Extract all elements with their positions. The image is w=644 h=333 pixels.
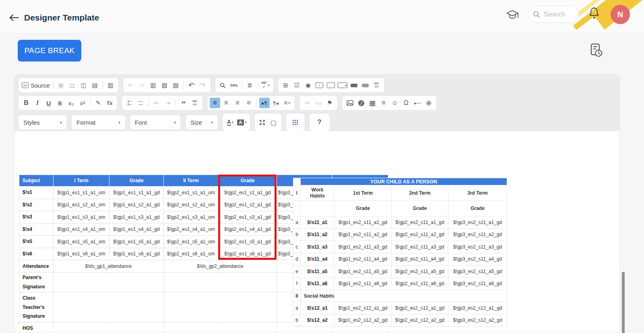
smiley-icon[interactable]: ☺ <box>390 98 400 108</box>
italic-icon[interactable]: I <box>32 98 43 108</box>
row-letter[interactable]: c <box>293 241 301 253</box>
marks-cell[interactable]: $!gp1_es1_s1_a1_gd <box>109 187 164 199</box>
hidden-field-icon[interactable]: DIV</> <box>372 80 382 90</box>
show-blocks-icon[interactable]: ▢ <box>268 117 279 127</box>
signature-empty-cell[interactable] <box>164 292 277 323</box>
justify-icon[interactable]: ≡ <box>244 98 254 108</box>
signature-empty-cell[interactable] <box>164 323 277 333</box>
grade-cell[interactable]: $!gp3_es2_s11_a1_gd <box>448 216 507 229</box>
superscript-icon[interactable]: x² <box>77 98 88 108</box>
habit-code[interactable]: $!s12_a1 <box>301 302 334 314</box>
iframe-globe-icon[interactable]: ⊕ <box>423 98 434 108</box>
marks-cell[interactable]: $!gp2_es1_s5_a1_om <box>164 236 219 248</box>
row-letter[interactable]: f <box>293 278 301 290</box>
marks-cell[interactable]: $!gp1_es1_s5_a1_om <box>54 236 109 248</box>
image-button-icon[interactable] <box>360 80 371 90</box>
corner-cell[interactable] <box>293 178 301 185</box>
paste-icon[interactable]: ▥ <box>148 80 159 90</box>
marks-cell[interactable]: $!gp1_es1_s6_a1_gd <box>109 248 164 260</box>
radio-button-icon[interactable]: ◉ <box>303 80 314 90</box>
grade-cell[interactable]: $!gp3_es2_s11_a4_gd <box>448 253 507 265</box>
paste-from-word-icon[interactable]: ▨ <box>171 80 181 90</box>
text-direction-ltr-icon[interactable]: ▸¶ <box>259 98 270 108</box>
subject-cell[interactable]: $!s5 <box>19 236 54 248</box>
grade-subheader[interactable]: Grade <box>392 201 448 216</box>
language-button[interactable]: ≡ ▾ <box>282 98 292 108</box>
marks-cell[interactable]: $!gp1_es1_s4_a1_om <box>54 223 109 236</box>
marks-cell[interactable]: $!gp1_es1_s3_a1_om <box>54 211 109 224</box>
bold-icon[interactable]: B <box>21 98 31 108</box>
marks-header-term1[interactable]: I Term <box>54 175 109 187</box>
row-letter[interactable]: b <box>293 314 301 327</box>
search-box[interactable] <box>528 6 579 23</box>
align-left-icon[interactable]: ≡ <box>210 98 220 108</box>
attendance-label[interactable]: Attendance <box>19 260 54 273</box>
help-icon[interactable]: ? <box>314 117 325 127</box>
habit-code[interactable]: $!s11_a4 <box>301 253 334 265</box>
strikethrough-icon[interactable]: S <box>55 98 65 108</box>
paste-plain-text-icon[interactable]: ▧ <box>159 80 170 90</box>
signature-empty-cell[interactable] <box>54 273 164 292</box>
grade-cell[interactable]: $!gp2_es2_s11_a1_gd <box>392 216 448 229</box>
text-color-button[interactable]: A ▾ <box>225 117 235 127</box>
subject-cell[interactable]: $!s1 <box>19 187 54 199</box>
grade-subheader[interactable]: Grade <box>448 201 507 216</box>
marks-cell[interactable]: $!gp2_es1_s2_a1_gd <box>219 199 277 211</box>
div-container-icon[interactable]: DIV</> <box>190 98 200 108</box>
image-icon[interactable] <box>345 98 355 108</box>
grade-cell[interactable]: $!gp3_es2_s12_a1_gd <box>448 302 507 314</box>
subject-cell[interactable]: $!s3 <box>19 211 54 224</box>
section1-index[interactable]: I <box>293 185 301 201</box>
grade-cell[interactable]: $!gp2_es2_s11_a6_gd <box>392 278 448 290</box>
grade-cell[interactable]: $!gp3_es2_s11_a6_gd <box>448 278 507 290</box>
marks-cell[interactable]: $!gp1_es1_s3_a1_gd <box>109 211 164 224</box>
table-icon[interactable]: ▦ <box>367 98 378 108</box>
marks-cell[interactable]: $!gp2_es1_s4_a1_gd <box>219 223 277 236</box>
marks-cell[interactable]: $!gp2_es1_s5_a1_gd <box>219 236 277 248</box>
undo-icon[interactable]: ↶ <box>186 80 197 90</box>
attendance-term2-cell[interactable]: $!ds_gp2_attendance <box>164 260 277 273</box>
button-field-icon[interactable] <box>349 80 359 90</box>
graduation-cap-icon[interactable] <box>506 9 519 21</box>
grade-cell[interactable]: $!gp1_es2_s12_a2_gd <box>334 314 392 327</box>
select-all-icon[interactable]: ≣ <box>245 80 255 90</box>
subject-cell[interactable]: $!s4 <box>19 223 54 236</box>
grade-subheader[interactable]: Grade <box>334 201 392 216</box>
grade-cell[interactable]: $!gp2_es2_s11_a4_gd <box>392 253 448 265</box>
page-break-icon[interactable]: ▸╌╌ <box>412 98 423 108</box>
maximize-icon[interactable] <box>257 117 268 127</box>
background-color-button[interactable]: A ▾ <box>236 117 248 127</box>
child-table-title[interactable]: YOUR CHILD AS A PERSON <box>301 178 507 185</box>
marks-cell[interactable]: $!gp2_es1_s3_a1_gd <box>219 211 277 224</box>
signature-empty-cell[interactable] <box>164 273 277 292</box>
marks-cell[interactable]: $!gp1_es1_s4_a1_gd <box>109 223 164 236</box>
textarea-icon[interactable] <box>326 80 336 90</box>
habit-code[interactable]: $!s11_a3 <box>301 241 334 253</box>
marks-cell[interactable]: $!gp2_es1_s6_a1_om <box>164 248 219 260</box>
select-field-icon[interactable]: ▾ <box>337 80 348 90</box>
row-letter[interactable]: b <box>293 228 301 241</box>
row-letter[interactable]: a <box>293 302 301 314</box>
marks-cell[interactable]: $!gp1_es1_s2_a1_gd <box>109 199 164 211</box>
search-input[interactable] <box>543 10 574 19</box>
row-letter[interactable]: e <box>293 265 301 278</box>
styles-dropdown[interactable]: Styles ▾ <box>18 115 67 130</box>
parents-signature-label[interactable]: Parent's Signature <box>19 273 54 292</box>
form-icon[interactable]: ⊞ <box>281 80 291 90</box>
flash-icon[interactable]: ƒ <box>356 98 366 108</box>
special-character-icon[interactable]: Ω <box>401 98 411 108</box>
vertical-scrollbar-thumb[interactable] <box>622 272 625 333</box>
widgets-grid-icon[interactable] <box>290 117 301 127</box>
text-field-icon[interactable]: I <box>314 80 325 90</box>
marks-cell[interactable]: $!gp2_es1_s3_a1_om <box>164 211 219 224</box>
marks-cell[interactable]: $!gp1_es1_s2_a1_om <box>54 199 109 211</box>
page-break-button[interactable]: PAGE BREAK <box>18 40 81 62</box>
grade-cell[interactable]: $!gp2_es2_s11_a2_gd <box>392 228 448 241</box>
grade-cell[interactable]: $!gp1_es2_s11_a5_gd <box>334 265 392 278</box>
signature-empty-cell[interactable] <box>54 323 164 333</box>
grade-cell[interactable]: $!gp1_es2_s11_a3_gd <box>334 241 392 253</box>
grade-cell[interactable]: $!gp2_es2_s11_a5_gd <box>392 265 448 278</box>
marks-header-term2[interactable]: II Term <box>164 175 219 187</box>
version-history-icon[interactable] <box>588 42 603 58</box>
grade-cell[interactable]: $!gp1_es2_s11_a1_gd <box>334 216 392 229</box>
